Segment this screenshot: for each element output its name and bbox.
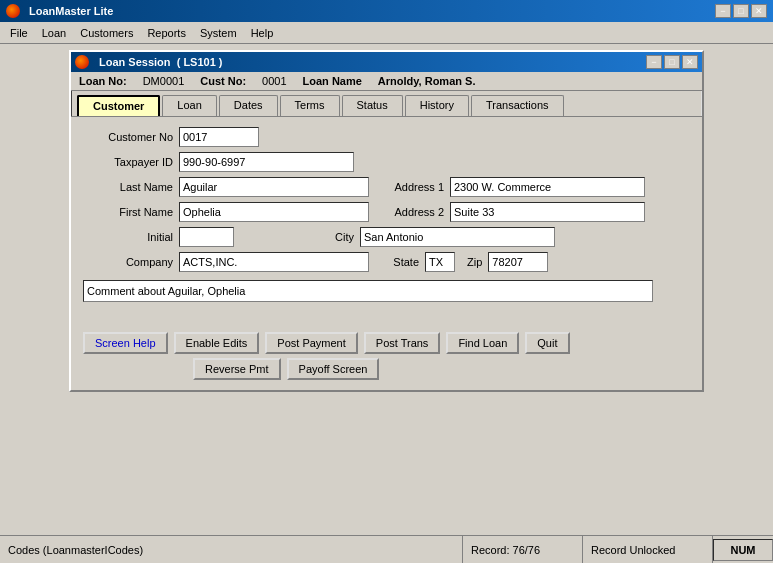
close-button[interactable]: ✕	[751, 4, 767, 18]
button-row-1: Screen Help Enable Edits Post Payment Po…	[83, 332, 690, 354]
status-num: NUM	[713, 539, 773, 561]
address1-label: Address 1	[379, 181, 444, 193]
title-bar-controls: − □ ✕	[715, 4, 767, 18]
zip-label: Zip	[467, 256, 482, 268]
customer-no-row: Customer No	[83, 127, 690, 147]
loan-name-label: Loan Name	[303, 75, 362, 87]
tab-dates[interactable]: Dates	[219, 95, 278, 116]
status-record-status: Record Unlocked	[583, 536, 713, 563]
customer-no-input[interactable]	[179, 127, 259, 147]
initial-input[interactable]	[179, 227, 234, 247]
address1-input[interactable]	[450, 177, 645, 197]
city-label: City	[244, 231, 354, 243]
screen-help-button[interactable]: Screen Help	[83, 332, 168, 354]
initial-label: Initial	[83, 231, 173, 243]
first-name-address2-row: First Name Address 2	[83, 202, 690, 222]
taxpayer-id-row: Taxpayer ID	[83, 152, 690, 172]
status-codes: Codes (LoanmasterICodes)	[0, 536, 463, 563]
loan-session-icon	[75, 55, 89, 69]
taxpayer-id-label: Taxpayer ID	[83, 156, 173, 168]
menu-reports[interactable]: Reports	[141, 25, 192, 41]
reverse-pmt-button[interactable]: Reverse Pmt	[193, 358, 281, 380]
status-bar: Codes (LoanmasterICodes) Record: 76/76 R…	[0, 535, 773, 563]
payoff-screen-button[interactable]: Payoff Screen	[287, 358, 380, 380]
loan-maximize-button[interactable]: □	[664, 55, 680, 69]
first-name-input[interactable]	[179, 202, 369, 222]
post-payment-button[interactable]: Post Payment	[265, 332, 357, 354]
taxpayer-id-input[interactable]	[179, 152, 354, 172]
loan-session-window: Loan Session ( LS101 ) − □ ✕ Loan No: DM…	[69, 50, 704, 392]
loan-no-value: DM0001	[143, 75, 185, 87]
main-body: Loan Session ( LS101 ) − □ ✕ Loan No: DM…	[0, 44, 773, 535]
comment-input[interactable]	[83, 280, 653, 302]
maximize-button[interactable]: □	[733, 4, 749, 18]
tab-customer[interactable]: Customer	[77, 95, 160, 116]
loan-name-value: Arnoldy, Roman S.	[378, 75, 476, 87]
company-input[interactable]	[179, 252, 369, 272]
loan-session-title-bar: Loan Session ( LS101 ) − □ ✕	[71, 52, 702, 72]
app-icon	[6, 4, 20, 18]
tab-terms[interactable]: Terms	[280, 95, 340, 116]
address2-input[interactable]	[450, 202, 645, 222]
tab-loan[interactable]: Loan	[162, 95, 216, 116]
app-title: LoanMaster Lite	[29, 5, 113, 17]
company-state-zip-row: Company State Zip	[83, 252, 690, 272]
loan-close-button[interactable]: ✕	[682, 55, 698, 69]
state-input[interactable]	[425, 252, 455, 272]
city-input[interactable]	[360, 227, 555, 247]
find-loan-button[interactable]: Find Loan	[446, 332, 519, 354]
last-name-label: Last Name	[83, 181, 173, 193]
button-row-2: Reverse Pmt Payoff Screen	[83, 358, 690, 380]
tab-history[interactable]: History	[405, 95, 469, 116]
tab-transactions[interactable]: Transactions	[471, 95, 564, 116]
title-bar: LoanMaster Lite − □ ✕	[0, 0, 773, 22]
last-name-input[interactable]	[179, 177, 369, 197]
customer-tab-content: Customer No Taxpayer ID Last Name Addres…	[71, 116, 702, 390]
menu-help[interactable]: Help	[245, 25, 280, 41]
post-trans-button[interactable]: Post Trans	[364, 332, 441, 354]
first-name-label: First Name	[83, 206, 173, 218]
menu-system[interactable]: System	[194, 25, 243, 41]
loan-no-label: Loan No:	[79, 75, 127, 87]
comment-row	[83, 280, 690, 302]
menu-bar: File Loan Customers Reports System Help	[0, 22, 773, 44]
enable-edits-button[interactable]: Enable Edits	[174, 332, 260, 354]
menu-loan[interactable]: Loan	[36, 25, 72, 41]
loan-minimize-button[interactable]: −	[646, 55, 662, 69]
state-label: State	[379, 256, 419, 268]
menu-customers[interactable]: Customers	[74, 25, 139, 41]
tab-bar: Customer Loan Dates Terms Status History…	[71, 91, 702, 116]
loan-info-bar: Loan No: DM0001 Cust No: 0001 Loan Name …	[71, 72, 702, 91]
company-label: Company	[83, 256, 173, 268]
minimize-button[interactable]: −	[715, 4, 731, 18]
quit-button[interactable]: Quit	[525, 332, 569, 354]
loan-session-title-text: Loan Session ( LS101 )	[99, 56, 223, 68]
customer-no-label: Customer No	[83, 131, 173, 143]
address2-label: Address 2	[379, 206, 444, 218]
last-name-address1-row: Last Name Address 1	[83, 177, 690, 197]
zip-input[interactable]	[488, 252, 548, 272]
tab-status[interactable]: Status	[342, 95, 403, 116]
menu-file[interactable]: File	[4, 25, 34, 41]
cust-no-label: Cust No:	[200, 75, 246, 87]
initial-city-row: Initial City	[83, 227, 690, 247]
status-record: Record: 76/76	[463, 536, 583, 563]
cust-no-value: 0001	[262, 75, 286, 87]
